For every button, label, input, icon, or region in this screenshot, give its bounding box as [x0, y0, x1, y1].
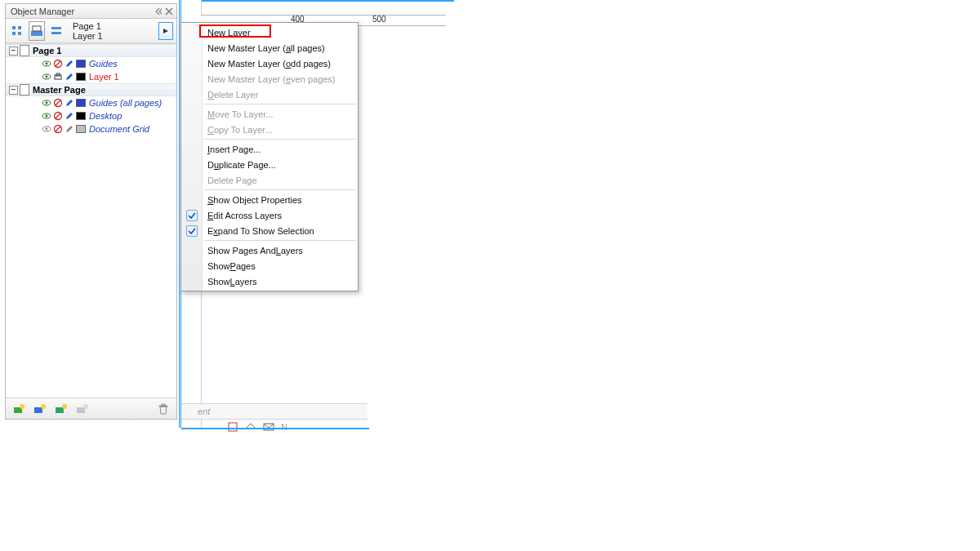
svg-point-20	[46, 102, 48, 104]
svg-rect-2	[12, 26, 16, 29]
tree-layer1[interactable]: Layer 1	[6, 70, 176, 83]
printable-icon[interactable]	[53, 111, 63, 121]
page-icon	[20, 84, 29, 96]
color-swatch[interactable]	[76, 60, 86, 68]
check-icon	[186, 225, 198, 237]
svg-line-22	[56, 100, 61, 106]
flyout-menu-button[interactable]	[158, 22, 173, 40]
svg-rect-3	[18, 26, 21, 29]
ruler-tick-500: 500	[372, 15, 386, 24]
menu-delete-layer: Delete Layer	[181, 87, 358, 102]
printable-icon[interactable]	[53, 59, 63, 69]
new-master-odd-button[interactable]	[53, 401, 69, 417]
toolbar-btn-2[interactable]	[29, 21, 45, 41]
visibility-icon[interactable]	[42, 111, 51, 121]
editable-icon[interactable]	[65, 72, 74, 82]
visibility-icon[interactable]	[42, 124, 51, 134]
editable-icon[interactable]	[65, 111, 74, 121]
current-page-label: Page 1	[73, 21, 103, 31]
current-page-layer: Page 1 Layer 1	[73, 21, 103, 41]
printable-icon[interactable]	[53, 98, 63, 108]
crop-bottom-edge	[181, 428, 369, 431]
svg-point-28	[46, 128, 48, 131]
menu-new-master-even: New Master Layer (even pages)	[181, 71, 358, 87]
menu-separator	[204, 139, 356, 140]
page-icon	[20, 45, 29, 56]
svg-rect-37	[77, 407, 85, 413]
color-swatch[interactable]	[76, 73, 86, 81]
collapse-icon[interactable]	[152, 6, 163, 17]
tree-doc-grid[interactable]: Document Grid	[6, 122, 176, 136]
master-header-label: Master Page	[33, 85, 86, 95]
new-layer-button[interactable]	[11, 401, 27, 417]
expander-icon[interactable]	[9, 86, 18, 95]
menu-duplicate-page[interactable]: Duplicate Page...	[181, 157, 358, 172]
status-strip: ent	[181, 403, 368, 420]
svg-line-30	[56, 127, 61, 132]
close-icon[interactable]	[163, 6, 175, 17]
svg-point-12	[46, 63, 48, 65]
tree-guides[interactable]: Guides	[6, 57, 176, 70]
svg-line-26	[56, 113, 61, 119]
menu-new-layer[interactable]: New Layer	[181, 24, 358, 40]
menu-expand-to-selection[interactable]: Expand To Show Selection	[181, 223, 358, 238]
guides-all-label: Guides (all pages)	[89, 98, 162, 108]
expander-icon[interactable]	[9, 47, 18, 56]
editable-icon[interactable]	[65, 124, 74, 134]
panel-toolbar: Page 1 Layer 1	[6, 19, 176, 43]
new-master-even-button	[74, 401, 91, 417]
menu-edit-across-layers[interactable]: Edit Across Layers	[181, 207, 358, 223]
editable-icon[interactable]	[65, 98, 74, 108]
visibility-icon[interactable]	[42, 98, 51, 108]
menu-new-master-odd[interactable]: New Master Layer (odd pages)	[181, 56, 358, 71]
svg-line-14	[56, 61, 61, 67]
toolbar-btn-3[interactable]	[48, 21, 65, 41]
context-menu: New Layer New Master Layer (all pages) N…	[180, 22, 359, 291]
panel-title-text: Object Manager	[11, 7, 74, 16]
svg-point-36	[62, 404, 67, 409]
object-manager-panel: Object Manager Page 1 Layer 1 Page 1	[5, 3, 177, 420]
color-swatch[interactable]	[76, 99, 86, 107]
color-swatch[interactable]	[76, 125, 86, 133]
visibility-icon[interactable]	[42, 59, 51, 69]
svg-point-24	[46, 115, 48, 118]
tree-page-header[interactable]: Page 1	[6, 44, 176, 57]
svg-point-16	[46, 76, 48, 78]
svg-rect-7	[33, 26, 41, 31]
menu-show-pages-and-layers[interactable]: Show Pages And Layers	[181, 242, 358, 258]
canvas-top-edge	[201, 0, 454, 15]
printable-icon[interactable]	[53, 72, 63, 82]
tree-desktop[interactable]: Desktop	[6, 109, 176, 122]
new-master-layer-button[interactable]	[32, 401, 48, 417]
toolbar-btn-1[interactable]	[9, 21, 25, 41]
tree-guides-all[interactable]: Guides (all pages)	[6, 96, 176, 109]
menu-separator	[204, 240, 356, 241]
menu-new-master-all[interactable]: New Master Layer (all pages)	[181, 40, 358, 56]
menu-insert-page[interactable]: Insert Page...	[181, 141, 358, 157]
svg-rect-35	[56, 407, 64, 413]
printable-icon[interactable]	[53, 124, 63, 134]
doc-grid-label: Document Grid	[89, 124, 149, 134]
editable-icon[interactable]	[65, 59, 74, 69]
svg-rect-33	[34, 407, 42, 413]
menu-separator	[204, 189, 356, 190]
panel-titlebar[interactable]: Object Manager	[6, 4, 176, 19]
panel-footer	[6, 398, 176, 419]
current-layer-label: Layer 1	[73, 31, 103, 41]
status-hint: ent	[198, 407, 210, 416]
delete-button[interactable]	[155, 401, 172, 417]
svg-rect-9	[51, 32, 61, 34]
menu-delete-page: Delete Page	[181, 172, 358, 188]
svg-marker-10	[163, 29, 168, 33]
tree-master-header[interactable]: Master Page	[6, 83, 176, 96]
svg-rect-8	[51, 27, 61, 29]
menu-show-layers[interactable]: Show Layers	[181, 273, 358, 289]
menu-show-pages[interactable]: Show Pages	[181, 258, 358, 273]
color-swatch[interactable]	[76, 112, 86, 120]
svg-point-32	[20, 404, 24, 409]
page-header-label: Page 1	[33, 46, 61, 56]
menu-show-properties[interactable]: Show Object Properties	[181, 192, 358, 207]
visibility-icon[interactable]	[42, 72, 51, 82]
layer-tree[interactable]: Page 1 Guides Layer 1 Master Page Gui	[6, 43, 176, 398]
menu-separator	[204, 104, 356, 104]
